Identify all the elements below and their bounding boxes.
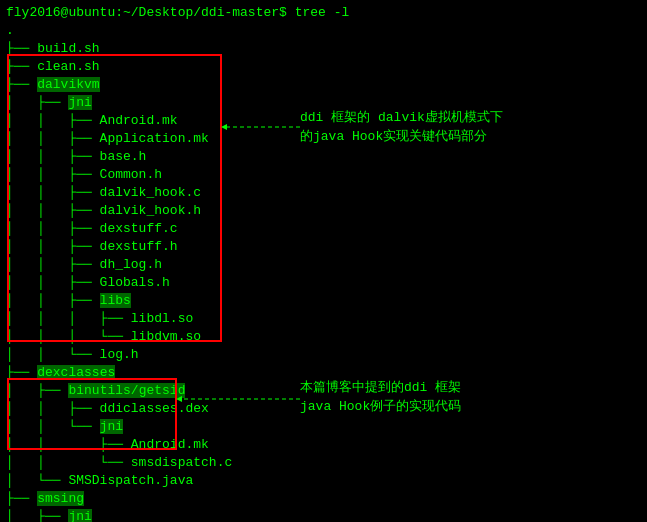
tree-line: │ ├── jni <box>6 508 641 522</box>
tree-root: . <box>6 22 641 40</box>
dalvikvm-highlight-box <box>7 54 222 342</box>
prompt-line: fly2016@ubuntu:~/Desktop/ddi-master$ tre… <box>6 4 641 22</box>
tree-line: ├── smsing <box>6 490 641 508</box>
top-annotation: ddi 框架的 dalvik虚拟机模式下 的java Hook实现关键代码部分 <box>300 108 540 146</box>
terminal: fly2016@ubuntu:~/Desktop/ddi-master$ tre… <box>0 0 647 522</box>
prompt: fly2016@ubuntu:~/Desktop/ddi-master$ tre… <box>6 5 349 20</box>
smsing-highlight-box <box>7 378 177 450</box>
top-arrow <box>222 120 302 134</box>
bottom-annotation: 本篇博客中提到的ddi 框架 java Hook例子的实现代码 <box>300 378 540 416</box>
tree-line: │ └── SMSDispatch.java <box>6 472 641 490</box>
tree-line: │ │ └── smsdispatch.c <box>6 454 641 472</box>
bottom-arrow <box>177 392 302 406</box>
tree-line: │ │ └── log.h <box>6 346 641 364</box>
